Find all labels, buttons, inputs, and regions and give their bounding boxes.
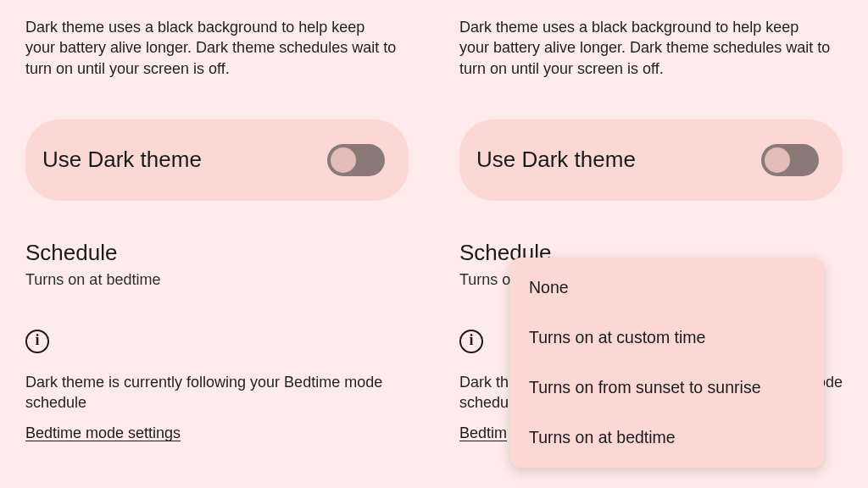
schedule-option-sunset-sunrise[interactable]: Turns on from sunset to sunrise (510, 363, 824, 413)
use-dark-theme-toggle[interactable] (327, 144, 385, 176)
schedule-subtitle: Turns on at bedtime (25, 271, 409, 289)
schedule-option-bedtime[interactable]: Turns on at bedtime (510, 413, 824, 463)
info-icon: i (25, 330, 49, 353)
bedtime-mode-settings-link[interactable]: Bedtim (459, 424, 507, 442)
pane-right: Dark theme uses a black background to he… (434, 0, 868, 488)
schedule-option-custom-time[interactable]: Turns on at custom time (510, 313, 824, 363)
bedtime-mode-settings-link[interactable]: Bedtime mode settings (25, 424, 181, 442)
info-icon: i (459, 330, 483, 353)
info-text-fragment: schedu (459, 392, 509, 413)
dark-theme-description: Dark theme uses a black background to he… (25, 0, 398, 79)
dark-theme-description: Dark theme uses a black background to he… (459, 0, 832, 79)
use-dark-theme-label: Use Dark theme (476, 147, 636, 173)
use-dark-theme-toggle[interactable] (761, 144, 819, 176)
schedule-option-none[interactable]: None (510, 263, 824, 313)
info-text: Dark theme is currently following your B… (25, 372, 398, 413)
info-block: i Dark theme is currently following your… (25, 330, 409, 443)
toggle-thumb (765, 147, 790, 173)
use-dark-theme-card[interactable]: Use Dark theme (25, 119, 409, 201)
schedule-dropdown-menu: None Turns on at custom time Turns on fr… (510, 258, 824, 468)
toggle-thumb (331, 147, 356, 173)
schedule-row[interactable]: Schedule Turns on at bedtime (25, 240, 409, 289)
info-text-fragment: Dark th (459, 372, 509, 392)
use-dark-theme-card[interactable]: Use Dark theme (459, 119, 843, 201)
pane-left: Dark theme uses a black background to he… (0, 0, 434, 488)
schedule-title: Schedule (25, 240, 409, 266)
use-dark-theme-label: Use Dark theme (42, 147, 202, 173)
